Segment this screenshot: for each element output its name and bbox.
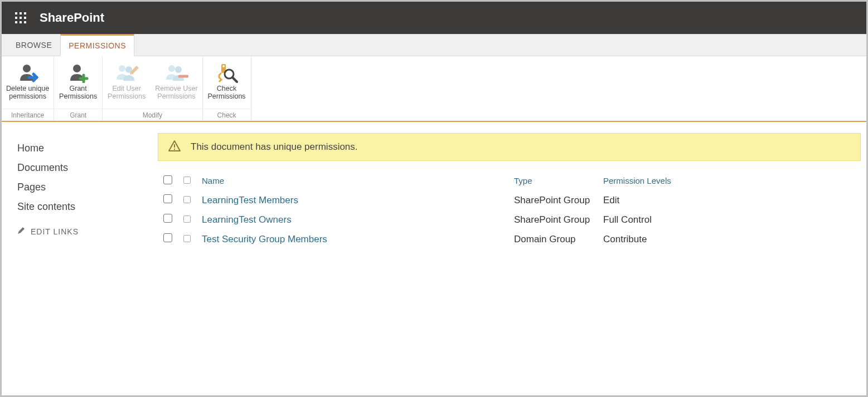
sidenav-site-contents[interactable]: Site contents <box>17 197 158 217</box>
ribbon-group-inheritance: Delete uniquepermissions Inheritance <box>2 56 54 121</box>
check-label2: Permissions <box>208 92 246 100</box>
column-header-name[interactable]: Name <box>196 171 508 190</box>
ribbon-group-check: CheckPermissions Check <box>203 56 251 121</box>
ribbon: Delete uniquepermissions Inheritance Gra… <box>2 56 866 122</box>
principal-type: SharePoint Group <box>508 210 598 229</box>
main-area: Home Documents Pages Site contents EDIT … <box>2 122 866 395</box>
svg-point-9 <box>23 65 31 72</box>
grant-label1: Grant <box>70 85 87 92</box>
grant-label2: Permissions <box>59 92 97 100</box>
remove-user-permissions-button[interactable]: Remove UserPermissions <box>151 58 202 109</box>
warning-icon <box>168 140 181 155</box>
check-permissions-icon <box>216 62 238 84</box>
check-permissions-button[interactable]: CheckPermissions <box>203 58 251 109</box>
permission-level: Edit <box>598 190 838 210</box>
row-checkbox[interactable] <box>163 233 172 242</box>
brand-label: SharePoint <box>40 11 104 25</box>
svg-rect-19 <box>174 149 175 150</box>
edit-user-label2: Permissions <box>108 92 146 100</box>
delete-unique-label1: Delete unique <box>6 85 49 92</box>
svg-rect-1 <box>20 12 22 14</box>
ribbon-group-modify: Edit UserPermissions Remove UserPermissi… <box>103 56 202 121</box>
ribbon-caption-grant: Grant <box>54 109 102 121</box>
edit-user-label1: Edit User <box>112 85 140 92</box>
svg-point-10 <box>73 65 81 72</box>
sidenav-documents[interactable]: Documents <box>17 158 158 178</box>
row-checkbox[interactable] <box>163 194 172 203</box>
svg-rect-18 <box>174 144 175 148</box>
row-secondary-checkbox[interactable] <box>183 196 191 203</box>
table-row: LearningTest OwnersSharePoint GroupFull … <box>158 210 838 229</box>
principal-name-link[interactable]: LearningTest Members <box>202 195 298 205</box>
app-launcher-button[interactable] <box>7 4 34 31</box>
principal-type: SharePoint Group <box>508 190 598 210</box>
svg-point-14 <box>175 66 182 73</box>
ribbon-caption-inheritance: Inheritance <box>2 109 54 121</box>
grant-permissions-button[interactable]: GrantPermissions <box>54 58 102 109</box>
suite-bar: SharePoint <box>2 2 866 34</box>
principal-type: Domain Group <box>508 229 598 249</box>
column-header-level[interactable]: Permission Levels <box>598 171 838 190</box>
tab-permissions[interactable]: PERMISSIONS <box>60 34 134 56</box>
svg-rect-6 <box>15 21 17 23</box>
permission-level: Contribute <box>598 229 838 249</box>
principal-name-link[interactable]: Test Security Group Members <box>202 234 327 244</box>
permissions-table: Name Type Permission Levels LearningTest… <box>158 171 838 249</box>
row-secondary-checkbox[interactable] <box>183 235 191 242</box>
grant-permissions-icon <box>67 62 89 84</box>
check-label1: Check <box>217 85 236 92</box>
svg-rect-8 <box>24 21 26 23</box>
app-launcher-icon <box>15 12 26 23</box>
svg-point-13 <box>168 65 175 72</box>
table-row: LearningTest MembersSharePoint GroupEdit <box>158 190 838 210</box>
sidenav-pages[interactable]: Pages <box>17 178 158 197</box>
svg-point-11 <box>119 65 125 72</box>
svg-rect-5 <box>24 17 26 19</box>
row-checkbox[interactable] <box>163 214 172 223</box>
table-row: Test Security Group MembersDomain GroupC… <box>158 229 838 249</box>
content-area: This document has unique permissions. Na… <box>158 133 866 395</box>
svg-point-16 <box>222 65 225 67</box>
edit-user-permissions-button[interactable]: Edit UserPermissions <box>103 58 151 109</box>
notice-bar: This document has unique permissions. <box>158 133 861 161</box>
edit-links-button[interactable]: EDIT LINKS <box>17 227 158 236</box>
svg-rect-3 <box>15 17 17 19</box>
ribbon-group-grant: GrantPermissions Grant <box>54 56 103 121</box>
tab-browse[interactable]: BROWSE <box>7 35 60 56</box>
delete-unique-permissions-button[interactable]: Delete uniquepermissions <box>2 58 54 109</box>
remove-user-icon <box>164 62 188 84</box>
remove-user-label2: Permissions <box>157 92 195 100</box>
remove-user-label1: Remove User <box>155 85 197 92</box>
svg-rect-2 <box>24 12 26 14</box>
column-header-type[interactable]: Type <box>508 171 598 190</box>
secondary-select-all-checkbox[interactable] <box>183 177 191 184</box>
svg-rect-7 <box>20 21 22 23</box>
delete-unique-icon <box>17 62 39 84</box>
svg-rect-4 <box>20 17 22 19</box>
row-secondary-checkbox[interactable] <box>183 215 191 223</box>
edit-user-icon <box>114 62 139 84</box>
notice-text: This document has unique permissions. <box>191 141 358 153</box>
edit-links-label: EDIT LINKS <box>31 227 79 236</box>
tab-strip: BROWSE PERMISSIONS <box>2 34 866 56</box>
side-navigation: Home Documents Pages Site contents EDIT … <box>2 133 158 395</box>
ribbon-caption-modify: Modify <box>103 109 202 121</box>
select-all-checkbox[interactable] <box>163 175 172 184</box>
ribbon-caption-check: Check <box>203 109 251 121</box>
sidenav-home[interactable]: Home <box>17 139 158 158</box>
permission-level: Full Control <box>598 210 838 229</box>
principal-name-link[interactable]: LearningTest Owners <box>202 214 292 225</box>
svg-rect-0 <box>15 12 17 14</box>
delete-unique-label2: permissions <box>9 92 46 100</box>
pencil-icon <box>17 227 25 236</box>
